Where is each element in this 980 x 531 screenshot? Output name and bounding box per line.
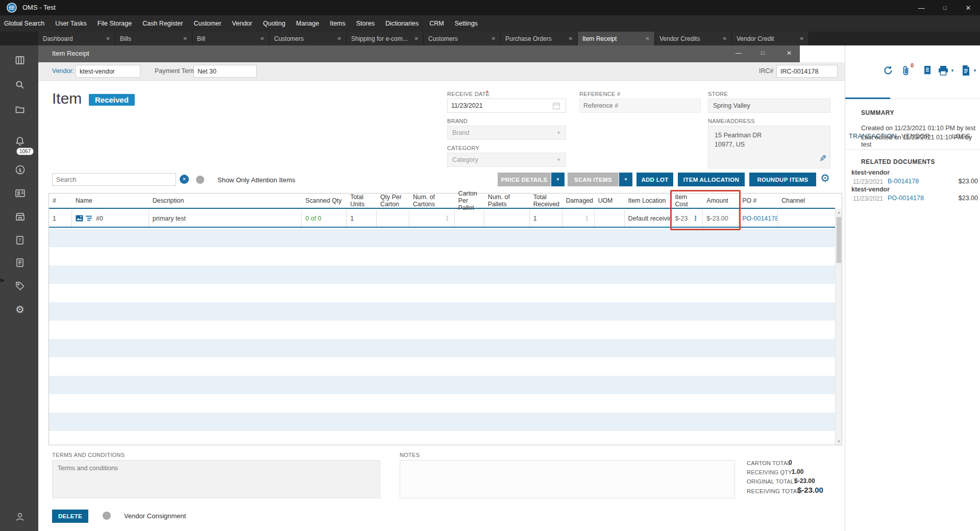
col-item-cost[interactable]: Item Cost xyxy=(671,194,703,208)
grid-settings-gear-icon[interactable]: ⚙ xyxy=(820,172,830,184)
menu-quoting[interactable]: Quoting xyxy=(263,20,285,27)
notifications-bell-icon[interactable] xyxy=(14,135,26,147)
menu-manage[interactable]: Manage xyxy=(296,20,319,27)
category-select[interactable]: Category ▼ xyxy=(447,153,566,167)
col-total-received[interactable]: Total Received xyxy=(530,194,562,208)
tab-close-icon[interactable]: ✕ xyxy=(492,36,496,41)
stores-icon[interactable] xyxy=(14,211,26,222)
terms-textarea[interactable] xyxy=(52,460,380,498)
col-num-of-pallets[interactable]: Num. of Pallets xyxy=(484,194,530,208)
refresh-icon[interactable] xyxy=(883,65,894,78)
tab-bill[interactable]: Bill✕ xyxy=(192,32,270,45)
col-carton-per-pallet[interactable]: Carton Per Pallet xyxy=(455,194,484,208)
col-channel[interactable]: Channel xyxy=(778,194,835,208)
user-profile-icon[interactable] xyxy=(14,511,26,522)
menu-customer[interactable]: Customer xyxy=(193,20,221,27)
reference-input[interactable] xyxy=(579,99,701,113)
col-description[interactable]: Description xyxy=(149,194,302,208)
folder-icon[interactable] xyxy=(14,104,26,115)
vendor-input[interactable] xyxy=(76,65,140,78)
menu-user-tasks[interactable]: User Tasks xyxy=(55,20,87,27)
tab-close-icon[interactable]: ✕ xyxy=(569,36,573,41)
col-amount[interactable]: Amount xyxy=(703,194,739,208)
tab-close-icon[interactable]: ✕ xyxy=(414,36,419,41)
scroll-down-icon[interactable]: ▼ xyxy=(836,440,842,443)
inner-maximize-button[interactable]: □ xyxy=(761,50,765,56)
inner-minimize-button[interactable]: — xyxy=(736,50,742,57)
cell-menu-dots-icon[interactable]: ⋮ xyxy=(444,216,451,221)
related-doc-link[interactable]: B-0014178 xyxy=(888,178,919,185)
tab-close-icon[interactable]: ✕ xyxy=(106,36,110,41)
notes-textarea[interactable] xyxy=(400,460,735,498)
menu-crm[interactable]: CRM xyxy=(429,20,444,27)
tab-close-icon[interactable]: ✕ xyxy=(800,36,804,41)
scroll-thumb[interactable] xyxy=(837,217,841,263)
tab-vendor-credits[interactable]: Vendor Credits✕ xyxy=(655,32,732,45)
menu-cash-register[interactable]: Cash Register xyxy=(142,20,183,27)
price-details-button[interactable]: PRICE DETAILS xyxy=(498,173,551,186)
cell-po-link[interactable]: PO-0014178 xyxy=(739,210,778,227)
print-dropdown-caret-icon[interactable]: ▼ xyxy=(950,68,954,73)
tab-shipping[interactable]: Shipping for e-com...✕ xyxy=(347,32,424,45)
tasks-question-icon[interactable]: ? xyxy=(14,234,26,246)
irc-number-input[interactable] xyxy=(776,65,838,78)
menu-global-search[interactable]: Global Search xyxy=(4,20,44,27)
menu-items[interactable]: Items xyxy=(330,20,346,27)
tab-item-receipt[interactable]: Item Receipt✕ xyxy=(578,32,655,45)
store-field[interactable]: Spring Valley xyxy=(708,99,830,113)
window-maximize-button[interactable]: □ xyxy=(933,0,957,15)
receipt-icon[interactable] xyxy=(922,65,933,78)
col-num[interactable]: # xyxy=(49,194,72,208)
attachments-paperclip-icon[interactable] xyxy=(901,65,911,78)
menu-settings[interactable]: Settings xyxy=(455,20,478,27)
col-name[interactable]: Name xyxy=(72,194,149,208)
tab-vendor-credit[interactable]: Vendor Credit✕ xyxy=(732,32,809,45)
print-icon[interactable] xyxy=(938,65,949,78)
menu-file-storage[interactable]: File Storage xyxy=(97,20,132,27)
tab-bills[interactable]: Bills✕ xyxy=(115,32,192,45)
col-qty-per-carton[interactable]: Qty Per Carton xyxy=(377,194,409,208)
tab-customers-2[interactable]: Customers✕ xyxy=(424,32,501,45)
payments-dollar-icon[interactable]: $ xyxy=(14,164,26,175)
brand-select[interactable]: Brand ▼ xyxy=(447,126,566,140)
tab-close-icon[interactable]: ✕ xyxy=(183,36,187,41)
export-document-icon[interactable] xyxy=(961,65,971,78)
inner-close-button[interactable]: ✕ xyxy=(787,50,792,57)
receive-date-input[interactable] xyxy=(447,99,566,113)
window-minimize-button[interactable]: — xyxy=(910,0,933,15)
tab-purchase-orders[interactable]: Purchase Orders✕ xyxy=(501,32,578,45)
roundup-items-button[interactable]: ROUNDUP ITEMS xyxy=(749,173,816,186)
item-allocation-button[interactable]: ITEM ALLOCATION xyxy=(678,173,745,186)
menu-stores[interactable]: Stores xyxy=(356,20,375,27)
menu-dictionaries[interactable]: Dictionaries xyxy=(385,20,419,27)
scan-items-button[interactable]: SCAN ITEMS xyxy=(568,173,619,186)
add-lot-button[interactable]: ADD LOT xyxy=(636,173,673,186)
clipboard-icon[interactable] xyxy=(14,257,26,268)
menu-vendor[interactable]: Vendor xyxy=(232,20,253,27)
table-row[interactable]: 1 #0 primary test 0 of 0 1 ⋮ 1 ⋮ Default… xyxy=(49,210,835,228)
payment-terms-input[interactable] xyxy=(193,65,257,78)
tab-dashboard[interactable]: Dashboard✕ xyxy=(38,32,115,45)
tab-close-icon[interactable]: ✕ xyxy=(646,36,650,41)
edit-address-pencil-icon[interactable]: ✎ xyxy=(819,153,826,164)
tab-close-icon[interactable]: ✕ xyxy=(337,36,341,41)
name-address-box[interactable]: 15 Pearlman DR 10977, US xyxy=(708,126,830,168)
scan-items-caret[interactable]: ▼ xyxy=(619,173,632,186)
search-clear-icon[interactable]: ✕ xyxy=(180,175,189,184)
settings-gear-icon[interactable]: ⚙ xyxy=(14,304,26,315)
window-close-button[interactable]: ✕ xyxy=(957,0,980,15)
tab-close-icon[interactable]: ✕ xyxy=(723,36,727,41)
col-total-units[interactable]: Total Units xyxy=(347,194,377,208)
price-details-caret[interactable]: ▼ xyxy=(551,173,565,186)
col-num-of-cartons[interactable]: Num. of Cartons xyxy=(409,194,455,208)
table-vertical-scrollbar[interactable]: ▲ ▼ xyxy=(835,209,842,445)
item-cost-menu-dots-icon[interactable]: ⋮ xyxy=(692,216,699,221)
related-doc-link[interactable]: PO-0014178 xyxy=(888,195,924,202)
item-image-icon[interactable] xyxy=(76,215,83,222)
search-icon[interactable] xyxy=(14,79,26,90)
col-item-location[interactable]: Item Location xyxy=(625,194,672,208)
item-search-input[interactable] xyxy=(52,173,176,186)
delete-button[interactable]: DELETE xyxy=(52,510,88,523)
export-dropdown-caret-icon[interactable]: ▼ xyxy=(973,68,977,73)
col-uom[interactable]: UOM xyxy=(595,194,625,208)
